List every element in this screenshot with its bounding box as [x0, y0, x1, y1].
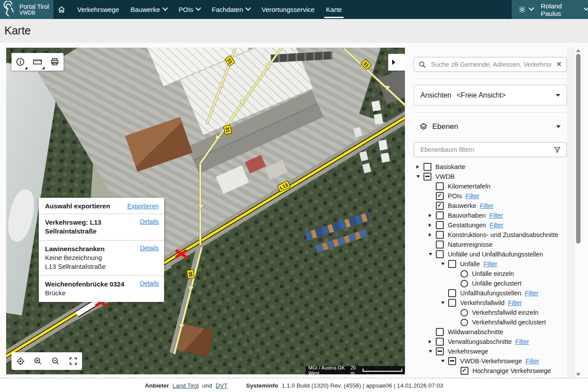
- expand-arrow-icon[interactable]: [416, 165, 419, 169]
- checkbox-unf-lle[interactable]: [448, 260, 456, 268]
- radio-unf-lle-geclustert[interactable]: [461, 280, 468, 287]
- layer-filter-input[interactable]: [419, 146, 550, 154]
- filter-link-verkehrsfallwild[interactable]: Filter: [508, 299, 522, 306]
- checkbox-unf-lle-und-unfallh-ufungsstellen[interactable]: [436, 250, 444, 258]
- footer-link-land-tirol[interactable]: Land Tirol: [172, 382, 198, 389]
- zoom-out-button[interactable]: [49, 355, 62, 367]
- checkbox-hochrangige-verkehrswege[interactable]: [461, 367, 468, 375]
- filter-link-bauwerke[interactable]: Filter: [479, 202, 493, 209]
- scrollbar-thumb[interactable]: [576, 54, 581, 244]
- details-link[interactable]: Details: [140, 280, 159, 298]
- nav-item-label: Verkehrswege: [77, 6, 119, 13]
- collapse-panel-button[interactable]: [388, 54, 405, 71]
- filter-link-pois[interactable]: Filter: [465, 192, 479, 200]
- tree-arrow-slot: [441, 360, 448, 362]
- nav-item-verkehrswege[interactable]: Verkehrswege: [77, 0, 119, 19]
- tree-row-naturereignisse: Naturereignisse: [414, 240, 567, 249]
- expand-arrow-icon[interactable]: [429, 233, 431, 237]
- checkbox-verkehrswege[interactable]: [436, 347, 444, 355]
- checkbox-unfallh-ufungsstellen[interactable]: [448, 289, 456, 297]
- zoom-in-button[interactable]: [32, 355, 44, 367]
- checkbox-wildwarnabschnitte[interactable]: [436, 328, 444, 336]
- layers-section-header[interactable]: Ebenen: [414, 120, 567, 133]
- tree-row-wildwarnabschnitte: Wildwarnabschnitte: [414, 327, 567, 337]
- user-menu[interactable]: Roland Paulus: [541, 2, 588, 17]
- tree-row-unfallh-ufungsstellen: UnfallhäufungsstellenFilter: [414, 288, 567, 298]
- home-button[interactable]: [57, 5, 66, 14]
- map-canvas[interactable]: 313131L1335: [6, 48, 405, 374]
- filter-link-vwdb-verkehrswege[interactable]: Filter: [525, 358, 539, 365]
- collapse-arrow-icon[interactable]: [441, 263, 445, 265]
- print-button[interactable]: [49, 56, 61, 68]
- tree-label: Wildwarnabschnitte: [448, 328, 503, 335]
- tree-label: VWDB-Verkehrswege: [460, 358, 522, 365]
- collapse-panel-icon: [392, 60, 395, 65]
- checkbox-konstruktions-und-zustandsabschnitte[interactable]: [436, 231, 444, 239]
- popup-header: Auswahl exportieren Exportieren: [39, 198, 164, 214]
- tree-arrow-slot: [416, 165, 423, 169]
- fullscreen-button[interactable]: [67, 355, 79, 367]
- tree-label: Konstruktions- und Zustandsabschnitte: [448, 231, 558, 238]
- radio-verkehrsfallwild-geclustert[interactable]: [461, 319, 468, 326]
- zoom-out-icon: [51, 357, 60, 366]
- filter-link-unf-lle[interactable]: Filter: [483, 260, 497, 268]
- tree-arrow-slot: [429, 340, 436, 343]
- footer-provider-label: Anbieter: [145, 382, 169, 389]
- scroll-down-icon[interactable]: [576, 373, 581, 376]
- nav-item-karte[interactable]: Karte: [326, 0, 342, 19]
- filter-link-bauvorhaben[interactable]: Filter: [489, 212, 503, 219]
- collapse-arrow-icon[interactable]: [441, 302, 445, 304]
- collapse-arrow-icon[interactable]: [416, 175, 420, 178]
- expand-arrow-icon[interactable]: [429, 214, 431, 217]
- checkbox-verkehrsfallwild[interactable]: [448, 299, 456, 307]
- details-link[interactable]: Details: [140, 245, 159, 271]
- footer-link-dvt[interactable]: DVT: [216, 382, 228, 389]
- checkbox-kilometertafeln[interactable]: [436, 182, 444, 190]
- collapse-arrow-icon[interactable]: [429, 350, 432, 353]
- nav-item-label: Verortungsservice: [262, 6, 315, 13]
- tree-label: Gestattungen: [448, 222, 486, 229]
- expand-arrow-icon[interactable]: [429, 223, 431, 227]
- checkbox-basiskarte[interactable]: [423, 163, 431, 171]
- dropdown-fold-icon: [25, 67, 27, 69]
- nav-item-verortungsservice[interactable]: Verortungsservice: [262, 0, 315, 19]
- checkbox-verwaltungsabschnitte[interactable]: [436, 338, 444, 346]
- page-scrollbar[interactable]: [575, 48, 582, 377]
- locate-button[interactable]: [14, 355, 26, 367]
- app-logo[interactable]: Portal Tirol VWDB: [0, 0, 53, 19]
- export-link[interactable]: Exportieren: [127, 203, 159, 210]
- collapse-arrow-icon[interactable]: [429, 253, 432, 256]
- tree-label: Verkehrsfallwild: [460, 299, 505, 306]
- radio-verkehrsfallwild-einzeln[interactable]: [461, 309, 468, 317]
- checkbox-naturereignisse[interactable]: [436, 241, 444, 249]
- nav-item-bauwerke[interactable]: Bauwerke: [131, 0, 167, 19]
- info-button[interactable]: [14, 56, 26, 68]
- clear-search-icon[interactable]: ✕: [556, 61, 562, 68]
- details-link[interactable]: Details: [140, 218, 159, 236]
- checkbox-gestattungen[interactable]: [436, 221, 444, 229]
- nav-item-fachdaten[interactable]: Fachdaten: [212, 0, 250, 19]
- checkbox-bauvorhaben[interactable]: [436, 211, 444, 219]
- settings-menu[interactable]: [518, 5, 533, 14]
- collapse-arrow-icon[interactable]: [441, 360, 445, 362]
- selected-feature-marker[interactable]: [175, 248, 187, 260]
- popup-item-text: Weichenofenbrücke 0324Brücke: [45, 280, 124, 298]
- search-input[interactable]: [430, 60, 552, 68]
- radio-unf-lle-einzeln[interactable]: [461, 270, 468, 278]
- sidebar-gutter: [567, 48, 575, 377]
- nav-item-pois[interactable]: POIs: [179, 0, 200, 19]
- filter-link-unfallh-ufungsstellen[interactable]: Filter: [525, 290, 539, 297]
- scroll-up-icon[interactable]: [576, 49, 581, 52]
- filter-link-verwaltungsabschnitte[interactable]: Filter: [515, 338, 529, 345]
- checkbox-vwdb[interactable]: [423, 173, 431, 181]
- checkbox-pois[interactable]: [436, 192, 444, 200]
- tree-row-kilometertafeln: Kilometertafeln: [414, 181, 567, 191]
- filter-funnel-icon[interactable]: [554, 146, 561, 154]
- checkbox-bauwerke[interactable]: [436, 202, 444, 210]
- views-dropdown[interactable]: Ansichten <Freie Ansicht>: [414, 85, 567, 106]
- filter-link-gestattungen[interactable]: Filter: [490, 222, 503, 229]
- divider: [414, 112, 567, 113]
- checkbox-vwdb-verkehrswege[interactable]: [448, 357, 456, 365]
- expand-arrow-icon[interactable]: [429, 340, 431, 343]
- measure-button[interactable]: [31, 56, 44, 68]
